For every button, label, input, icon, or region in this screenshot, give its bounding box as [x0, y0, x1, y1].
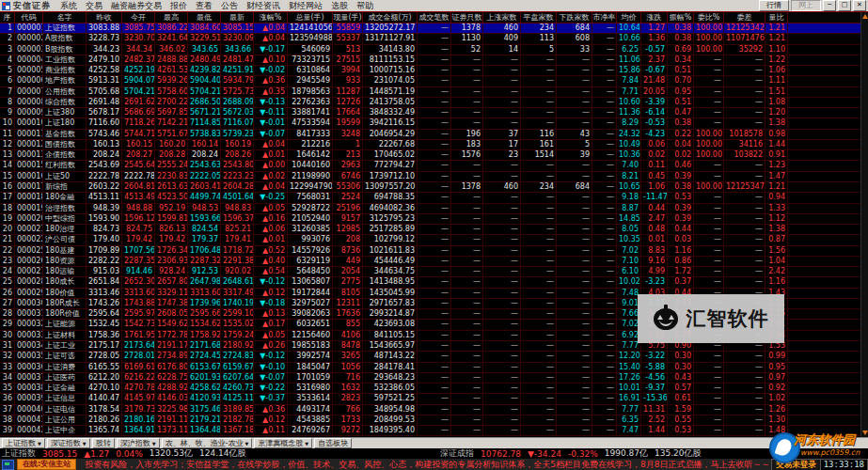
net-mode-button[interactable]: 网上 — [791, 0, 821, 11]
table-row[interactable]: 24000027180运输915.03914.46928.24912.53920… — [0, 267, 860, 277]
table-cell: 5648450 — [288, 267, 333, 276]
table-row[interactable]: 38000041上证公用2180.262180.162191.112179.21… — [0, 415, 860, 426]
table-row[interactable]: 12000012国债指数160.13160.15160.20160.14160.… — [0, 140, 860, 150]
menu-item-8[interactable]: 选股 — [331, 0, 348, 12]
table-row[interactable]: 34000037上证医药6212.206216.226228.756201.93… — [0, 373, 860, 384]
table-row[interactable]: 7000007公用指数5705.685704.215758.605704.215… — [0, 87, 860, 98]
table-cell: 7.71 — [617, 87, 641, 97]
column-header-0[interactable]: 序 — [0, 12, 15, 23]
table-cell: 123594988 — [288, 34, 333, 43]
table-row[interactable]: 10000010上证1807116.607118.267142.217114.8… — [0, 118, 860, 129]
column-header-10[interactable]: 现量(手) — [333, 12, 363, 23]
column-header-17[interactable]: 市净率 — [592, 12, 617, 23]
minimize-button[interactable]: ─ — [823, 0, 836, 11]
chevron-down-icon[interactable]: ▼ — [245, 440, 248, 447]
table-row[interactable]: 33000036上证消费6165.556169.616176.806153.67… — [0, 363, 860, 373]
column-header-1[interactable]: 代码 — [15, 12, 43, 23]
column-header-23[interactable]: 量比 — [765, 12, 788, 23]
table-cell: 000032 — [15, 320, 43, 329]
table-row[interactable]: 15000016上证502222.782222.782230.832222.05… — [0, 172, 860, 182]
column-header-7[interactable]: 最新 — [221, 12, 254, 23]
menu-item-4[interactable]: 查看 — [196, 0, 213, 12]
table-row[interactable]: 19000020中型综指1593.901596.121599.811593.66… — [0, 214, 860, 225]
table-row[interactable]: 3000003B股指数344.23344.34346.02343.65343.6… — [0, 45, 860, 55]
table-row[interactable]: 4000004工业指数2479.102482.372488.882480.492… — [0, 55, 860, 66]
tab-1[interactable]: 深证指数▼ — [47, 438, 90, 448]
table-row[interactable]: 25000028180成长2651.842652.302657.802647.9… — [0, 277, 860, 288]
column-header-21[interactable]: 委比% — [694, 12, 724, 23]
chevron-down-icon[interactable]: ▼ — [152, 440, 156, 447]
table-cell: 3083.88 — [87, 24, 122, 33]
scroll-up-icon[interactable] — [862, 14, 868, 19]
column-header-12[interactable]: 成交笔数 — [418, 12, 451, 23]
table-cell: 7118.26 — [122, 118, 155, 128]
close-button[interactable]: ✕ — [853, 0, 866, 11]
column-header-4[interactable]: 今开 — [122, 12, 155, 23]
column-header-8[interactable]: 涨幅% — [254, 12, 288, 23]
table-row[interactable]: 21000022沪公司债179.40179.42179.42179.37179.… — [0, 235, 860, 245]
table-row[interactable]: 6000006地产指数5913.315904.075939.265904.405… — [0, 76, 860, 86]
table-row[interactable]: 32000035上证可选2728.052728.012734.892724.45… — [0, 352, 860, 362]
table-row[interactable]: 13000013企债指数208.24208.27208.28208.24208.… — [0, 150, 860, 161]
table-row[interactable]: 18000019治理指数948.39948.88952.19948.53948.… — [0, 204, 860, 214]
server-badge[interactable]: 在线:安信主站 — [17, 459, 76, 470]
column-header-11[interactable]: 成交金额(万) — [363, 12, 418, 23]
table-cell: 35292 — [724, 45, 765, 55]
menu-item-1[interactable]: 交易 — [86, 0, 103, 12]
column-header-9[interactable]: 总量(手) — [288, 12, 333, 23]
menu-item-7[interactable]: 财经网站 — [289, 0, 323, 12]
table-row[interactable]: 5000005商业指数4252.584252.194261.534239.824… — [0, 66, 860, 76]
menu-item-2[interactable]: 融资融券交易 — [111, 0, 162, 12]
column-header-20[interactable]: 振幅% — [668, 12, 694, 23]
column-header-14[interactable]: 上涨家数 — [483, 12, 521, 23]
table-cell: 487143.22 — [363, 352, 418, 361]
chevron-down-icon[interactable]: ▼ — [305, 440, 308, 447]
table-row[interactable]: 14000015红利指数2543.692545.642555.242543.63… — [0, 161, 860, 171]
table-row[interactable]: 11000011基金指数5743.465744.715751.675738.83… — [0, 130, 860, 140]
table-row[interactable]: 22000025180基建1709.891707.561726.341706.4… — [0, 246, 860, 257]
table-row[interactable]: 16000017新综指2603.222604.812613.632603.412… — [0, 182, 860, 193]
table-row[interactable]: 36000039上证信息4140.474145.974146.034120.93… — [0, 394, 860, 404]
table-row[interactable]: 37000040上证电信3178.543179.733225.983175.46… — [0, 405, 860, 415]
chevron-down-icon[interactable]: ▼ — [83, 440, 87, 447]
menu-item-0[interactable]: 系统 — [60, 0, 77, 12]
tab-2[interactable]: 股转 — [92, 438, 115, 448]
column-header-2[interactable]: 名字 — [43, 12, 87, 23]
table-row[interactable]: 2000002A股指数3228.733230.703241.643229.513… — [0, 34, 860, 44]
tab-5[interactable]: 京津冀概念股▼ — [254, 438, 312, 448]
menu-item-6[interactable]: 财经资讯 — [246, 0, 280, 12]
table-row[interactable]: 9000009上证3805678.175686.695697.855671.21… — [0, 108, 860, 118]
table-cell: ▼-0.37 — [254, 394, 288, 403]
table-row[interactable]: 23000026180资源2282.222287.352306.932287.3… — [0, 257, 860, 267]
menu-item-5[interactable]: 公告 — [221, 0, 238, 12]
table-cell: 0.69 — [668, 45, 694, 55]
table-cell: 000042 — [15, 426, 43, 435]
table-cell: 上证可选 — [43, 352, 87, 361]
column-header-16[interactable]: 下跌家数 — [557, 12, 592, 23]
quote-mode-button[interactable]: 行情 — [759, 0, 789, 11]
table-cell: 000020 — [15, 214, 43, 224]
column-header-18[interactable]: 均价 — [617, 12, 641, 23]
table-row[interactable]: 8000008综合指数2691.482691.622700.222686.502… — [0, 98, 860, 108]
vertical-scrollbar[interactable] — [860, 12, 868, 437]
table-cell: 1130 — [451, 34, 483, 43]
column-header-19[interactable]: 涨跌 — [641, 12, 668, 23]
table-cell: 180资源 — [43, 257, 87, 266]
chevron-down-icon[interactable]: ▼ — [38, 440, 41, 447]
table-row[interactable]: 20000021180治理824.73824.75826.13824.54825… — [0, 225, 860, 235]
table-row[interactable]: 39000042上证中企1365.741364.911373.111364.48… — [0, 426, 860, 436]
tab-6[interactable]: 自选板块 — [314, 438, 352, 448]
column-header-5[interactable]: 最高 — [155, 12, 188, 23]
maximize-button[interactable]: □ — [838, 0, 851, 11]
column-header-22[interactable]: 委差 — [724, 12, 765, 23]
column-header-3[interactable]: 昨收 — [87, 12, 122, 23]
column-header-6[interactable]: 最低 — [188, 12, 221, 23]
table-cell: 2604.81 — [122, 182, 155, 192]
menu-item-9[interactable]: 帮助 — [356, 0, 373, 12]
table-row[interactable]: 1000001上证指数3083.883085.753086.223084.603… — [0, 24, 860, 34]
menu-item-3[interactable]: 报价 — [170, 0, 187, 12]
column-header-15[interactable]: 平盘家数 — [521, 12, 557, 23]
table-row[interactable]: 35000038上证金融4270.104270.784288.924258.62… — [0, 384, 860, 394]
column-header-13[interactable]: 证券只数 — [451, 12, 483, 23]
table-row[interactable]: 17000018180金融4513.114513.494523.504499.7… — [0, 193, 860, 203]
